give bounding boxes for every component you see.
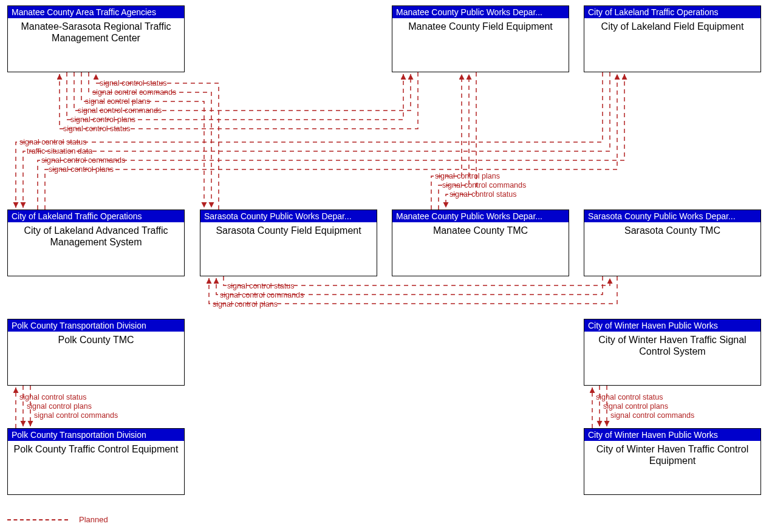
node-body: Manatee County TMC bbox=[392, 222, 569, 239]
flow-label: signal control plans bbox=[435, 172, 500, 180]
flow-label: signal control plans bbox=[603, 403, 668, 411]
node-header: City of Winter Haven Public Works bbox=[584, 319, 760, 332]
node-header: Manatee County Area Traffic Agencies bbox=[8, 6, 184, 18]
flow-label: signal control plans bbox=[27, 403, 92, 411]
flow-label: signal control commands bbox=[220, 292, 304, 299]
flow-label: signal control commands bbox=[610, 412, 694, 420]
flow-label: signal control status bbox=[227, 282, 294, 290]
node-header: Sarasota County Public Works Depar... bbox=[584, 210, 760, 222]
legend-line-icon bbox=[7, 519, 68, 520]
node-header: Polk County Transportation Division bbox=[8, 319, 184, 332]
node-body: Polk County Traffic Control Equipment bbox=[8, 441, 184, 457]
node-header: Polk County Transportation Division bbox=[8, 429, 184, 441]
flow-label: signal control status bbox=[596, 394, 663, 401]
node-wh-signal[interactable]: City of Winter Haven Public Works City o… bbox=[584, 319, 761, 386]
flow-label: signal control status bbox=[19, 394, 86, 401]
node-manatee-tmc[interactable]: Manatee County Public Works Depar... Man… bbox=[392, 210, 569, 276]
node-lakeland-atms[interactable]: City of Lakeland Traffic Operations City… bbox=[7, 210, 185, 276]
flow-label: traffic situation data bbox=[27, 148, 92, 155]
flow-label: signal control commands bbox=[442, 182, 526, 189]
flow-label: signal control status bbox=[449, 191, 516, 199]
node-body: City of Lakeland Field Equipment bbox=[584, 18, 760, 35]
flow-label: signal control plans bbox=[49, 166, 114, 174]
legend-planned: Planned bbox=[7, 515, 108, 524]
legend-label: Planned bbox=[79, 515, 108, 524]
flow-label: signal control status bbox=[100, 80, 166, 87]
flow-label: signal control commands bbox=[78, 107, 162, 115]
node-wh-tce[interactable]: City of Winter Haven Public Works City o… bbox=[584, 428, 761, 495]
flow-label: signal control commands bbox=[41, 157, 125, 165]
node-body: City of Winter Haven Traffic Signal Cont… bbox=[584, 332, 760, 360]
node-header: Sarasota County Public Works Depar... bbox=[200, 210, 377, 222]
flow-label: signal control commands bbox=[34, 412, 118, 420]
node-body: City of Winter Haven Traffic Control Equ… bbox=[584, 441, 760, 469]
node-sarasota-tmc[interactable]: Sarasota County Public Works Depar... Sa… bbox=[584, 210, 761, 276]
flow-label: signal control plans bbox=[213, 301, 278, 309]
flow-label: signal control plans bbox=[70, 116, 135, 124]
node-header: Manatee County Public Works Depar... bbox=[392, 6, 569, 18]
node-manatee-fe[interactable]: Manatee County Public Works Depar... Man… bbox=[392, 5, 569, 72]
node-polk-tmc[interactable]: Polk County Transportation Division Polk… bbox=[7, 319, 185, 386]
node-polk-tce[interactable]: Polk County Transportation Division Polk… bbox=[7, 428, 185, 495]
node-body: City of Lakeland Advanced Traffic Manage… bbox=[8, 222, 184, 250]
node-header: City of Winter Haven Public Works bbox=[584, 429, 760, 441]
node-sarasota-fe[interactable]: Sarasota County Public Works Depar... Sa… bbox=[200, 210, 377, 276]
node-body: Manatee County Field Equipment bbox=[392, 18, 569, 35]
flow-label: signal control status bbox=[63, 125, 130, 133]
node-body: Sarasota County Field Equipment bbox=[200, 222, 377, 239]
node-header: City of Lakeland Traffic Operations bbox=[584, 6, 760, 18]
node-body: Sarasota County TMC bbox=[584, 222, 760, 239]
node-header: City of Lakeland Traffic Operations bbox=[8, 210, 184, 222]
flow-label: signal control commands bbox=[92, 89, 176, 97]
node-body: Manatee-Sarasota Regional Traffic Manage… bbox=[8, 18, 184, 46]
flow-label: signal control status bbox=[19, 138, 86, 146]
node-header: Manatee County Public Works Depar... bbox=[392, 210, 569, 222]
flow-label: signal control plans bbox=[85, 98, 150, 106]
node-lakeland-fe[interactable]: City of Lakeland Traffic Operations City… bbox=[584, 5, 761, 72]
node-ms-rtmc[interactable]: Manatee County Area Traffic Agencies Man… bbox=[7, 5, 185, 72]
node-body: Polk County TMC bbox=[8, 332, 184, 348]
